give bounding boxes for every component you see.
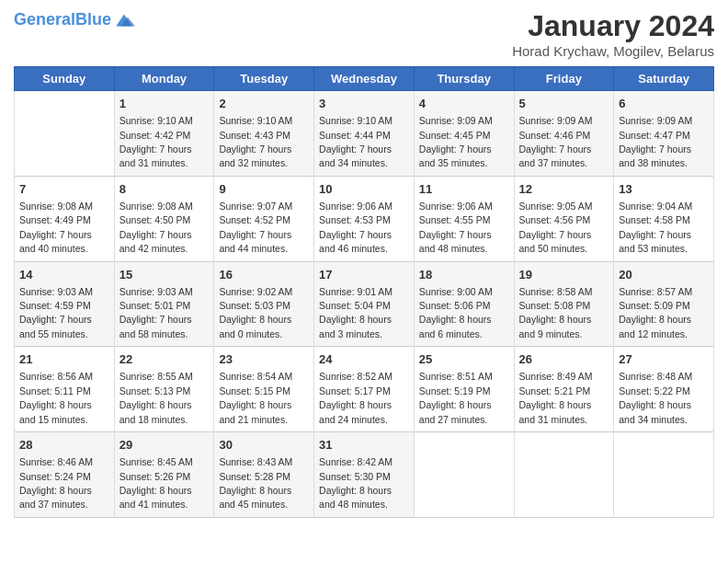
cell-w0-d1: 1Sunrise: 9:10 AMSunset: 4:42 PMDaylight… xyxy=(114,91,214,177)
cell-w0-d2: 2Sunrise: 9:10 AMSunset: 4:43 PMDaylight… xyxy=(214,91,314,177)
day-info: Sunrise: 9:09 AMSunset: 4:46 PMDaylight:… xyxy=(519,115,593,168)
day-info: Sunrise: 9:03 AMSunset: 5:01 PMDaylight:… xyxy=(119,286,193,339)
day-info: Sunrise: 8:58 AMSunset: 5:08 PMDaylight:… xyxy=(519,286,593,339)
day-number: 15 xyxy=(119,267,210,283)
day-info: Sunrise: 9:02 AMSunset: 5:03 PMDaylight:… xyxy=(219,286,292,339)
day-info: Sunrise: 9:05 AMSunset: 4:56 PMDaylight:… xyxy=(519,201,593,254)
day-info: Sunrise: 9:08 AMSunset: 4:50 PMDaylight:… xyxy=(119,201,193,254)
day-number: 31 xyxy=(319,437,409,454)
day-number: 22 xyxy=(119,351,210,368)
day-number: 28 xyxy=(19,437,109,454)
day-info: Sunrise: 9:09 AMSunset: 4:47 PMDaylight:… xyxy=(619,115,692,168)
cell-w3-d5: 26Sunrise: 8:49 AMSunset: 5:21 PMDayligh… xyxy=(514,347,614,432)
day-info: Sunrise: 9:09 AMSunset: 4:45 PMDaylight:… xyxy=(419,115,493,168)
title-block: January 2024 Horad Krychaw, Mogilev, Bel… xyxy=(512,9,714,59)
cell-w2-d3: 17Sunrise: 9:01 AMSunset: 5:04 PMDayligh… xyxy=(314,261,415,347)
day-number: 30 xyxy=(219,437,309,454)
cell-w4-d3: 31Sunrise: 8:42 AMSunset: 5:30 PMDayligh… xyxy=(314,432,415,518)
calendar-table: Sunday Monday Tuesday Wednesday Thursday… xyxy=(14,66,714,518)
calendar-title: January 2024 xyxy=(512,9,714,43)
cell-w3-d2: 23Sunrise: 8:54 AMSunset: 5:15 PMDayligh… xyxy=(214,347,314,432)
day-info: Sunrise: 9:06 AMSunset: 4:53 PMDaylight:… xyxy=(319,201,392,254)
cell-w3-d4: 25Sunrise: 8:51 AMSunset: 5:19 PMDayligh… xyxy=(414,347,514,432)
cell-w4-d4 xyxy=(414,432,514,518)
day-info: Sunrise: 8:51 AMSunset: 5:19 PMDaylight:… xyxy=(419,371,493,424)
day-number: 26 xyxy=(519,351,609,368)
day-number: 25 xyxy=(419,351,509,368)
week-row-1: 7Sunrise: 9:08 AMSunset: 4:49 PMDaylight… xyxy=(15,176,714,261)
day-number: 8 xyxy=(119,181,210,198)
cell-w2-d0: 14Sunrise: 9:03 AMSunset: 4:59 PMDayligh… xyxy=(15,261,115,347)
cell-w1-d3: 10Sunrise: 9:06 AMSunset: 4:53 PMDayligh… xyxy=(314,176,415,261)
cell-w4-d1: 29Sunrise: 8:45 AMSunset: 5:26 PMDayligh… xyxy=(114,432,214,518)
col-wednesday: Wednesday xyxy=(314,67,415,91)
logo-line2: Blue xyxy=(75,10,111,29)
day-number: 24 xyxy=(319,351,409,368)
cell-w1-d6: 13Sunrise: 9:04 AMSunset: 4:58 PMDayligh… xyxy=(614,176,714,261)
cell-w1-d0: 7Sunrise: 9:08 AMSunset: 4:49 PMDaylight… xyxy=(15,176,115,261)
cell-w0-d0 xyxy=(15,91,115,177)
day-info: Sunrise: 9:10 AMSunset: 4:43 PMDaylight:… xyxy=(219,115,292,168)
day-number: 10 xyxy=(319,181,409,198)
col-friday: Friday xyxy=(514,67,614,91)
cell-w2-d4: 18Sunrise: 9:00 AMSunset: 5:06 PMDayligh… xyxy=(414,261,514,347)
calendar-header: Sunday Monday Tuesday Wednesday Thursday… xyxy=(15,67,714,91)
day-number: 7 xyxy=(19,181,109,198)
cell-w2-d1: 15Sunrise: 9:03 AMSunset: 5:01 PMDayligh… xyxy=(114,261,214,347)
day-info: Sunrise: 8:55 AMSunset: 5:13 PMDaylight:… xyxy=(119,371,193,424)
day-number: 9 xyxy=(219,181,309,198)
week-row-0: 1Sunrise: 9:10 AMSunset: 4:42 PMDaylight… xyxy=(15,91,714,177)
day-number: 21 xyxy=(19,351,109,368)
day-number: 18 xyxy=(419,267,509,283)
day-number: 4 xyxy=(419,96,509,112)
day-number: 16 xyxy=(219,267,309,283)
cell-w1-d4: 11Sunrise: 9:06 AMSunset: 4:55 PMDayligh… xyxy=(414,176,514,261)
col-monday: Monday xyxy=(114,67,214,91)
logo: GeneralBlue xyxy=(14,9,135,31)
day-number: 11 xyxy=(419,181,509,198)
day-number: 2 xyxy=(219,96,309,112)
day-info: Sunrise: 9:07 AMSunset: 4:52 PMDaylight:… xyxy=(219,201,292,254)
cell-w3-d3: 24Sunrise: 8:52 AMSunset: 5:17 PMDayligh… xyxy=(314,347,415,432)
day-info: Sunrise: 9:04 AMSunset: 4:58 PMDaylight:… xyxy=(619,201,692,254)
week-row-4: 28Sunrise: 8:46 AMSunset: 5:24 PMDayligh… xyxy=(15,432,714,518)
day-number: 13 xyxy=(619,181,709,198)
cell-w1-d2: 9Sunrise: 9:07 AMSunset: 4:52 PMDaylight… xyxy=(214,176,314,261)
logo-text: GeneralBlue xyxy=(14,11,111,29)
calendar-subtitle: Horad Krychaw, Mogilev, Belarus xyxy=(512,43,714,59)
day-info: Sunrise: 8:48 AMSunset: 5:22 PMDaylight:… xyxy=(619,371,692,424)
cell-w2-d2: 16Sunrise: 9:02 AMSunset: 5:03 PMDayligh… xyxy=(214,261,314,347)
day-number: 3 xyxy=(319,96,409,112)
day-info: Sunrise: 9:01 AMSunset: 5:04 PMDaylight:… xyxy=(319,286,392,339)
day-number: 5 xyxy=(519,96,609,112)
page: GeneralBlue January 2024 Horad Krychaw, … xyxy=(0,0,728,563)
day-number: 12 xyxy=(519,181,609,198)
cell-w3-d0: 21Sunrise: 8:56 AMSunset: 5:11 PMDayligh… xyxy=(15,347,115,432)
day-info: Sunrise: 9:06 AMSunset: 4:55 PMDaylight:… xyxy=(419,201,493,254)
day-number: 14 xyxy=(19,267,109,283)
day-info: Sunrise: 8:49 AMSunset: 5:21 PMDaylight:… xyxy=(519,371,593,424)
cell-w3-d6: 27Sunrise: 8:48 AMSunset: 5:22 PMDayligh… xyxy=(614,347,714,432)
day-info: Sunrise: 8:43 AMSunset: 5:28 PMDaylight:… xyxy=(219,456,292,510)
cell-w2-d5: 19Sunrise: 8:58 AMSunset: 5:08 PMDayligh… xyxy=(514,261,614,347)
day-info: Sunrise: 9:10 AMSunset: 4:44 PMDaylight:… xyxy=(319,115,392,168)
cell-w3-d1: 22Sunrise: 8:55 AMSunset: 5:13 PMDayligh… xyxy=(114,347,214,432)
cell-w2-d6: 20Sunrise: 8:57 AMSunset: 5:09 PMDayligh… xyxy=(614,261,714,347)
calendar-body: 1Sunrise: 9:10 AMSunset: 4:42 PMDaylight… xyxy=(15,91,714,518)
col-tuesday: Tuesday xyxy=(214,67,314,91)
col-saturday: Saturday xyxy=(614,67,714,91)
day-info: Sunrise: 9:03 AMSunset: 4:59 PMDaylight:… xyxy=(19,286,93,339)
logo-line1: General xyxy=(14,10,75,29)
header: GeneralBlue January 2024 Horad Krychaw, … xyxy=(14,9,714,59)
cell-w4-d0: 28Sunrise: 8:46 AMSunset: 5:24 PMDayligh… xyxy=(15,432,115,518)
cell-w0-d3: 3Sunrise: 9:10 AMSunset: 4:44 PMDaylight… xyxy=(314,91,415,177)
cell-w0-d5: 5Sunrise: 9:09 AMSunset: 4:46 PMDaylight… xyxy=(514,91,614,177)
week-row-3: 21Sunrise: 8:56 AMSunset: 5:11 PMDayligh… xyxy=(15,347,714,432)
day-number: 20 xyxy=(619,267,709,283)
cell-w4-d6 xyxy=(614,432,714,518)
day-number: 27 xyxy=(619,351,709,368)
cell-w4-d5 xyxy=(514,432,614,518)
logo-icon xyxy=(113,9,135,31)
day-info: Sunrise: 9:08 AMSunset: 4:49 PMDaylight:… xyxy=(19,201,93,254)
day-info: Sunrise: 8:57 AMSunset: 5:09 PMDaylight:… xyxy=(619,286,692,339)
